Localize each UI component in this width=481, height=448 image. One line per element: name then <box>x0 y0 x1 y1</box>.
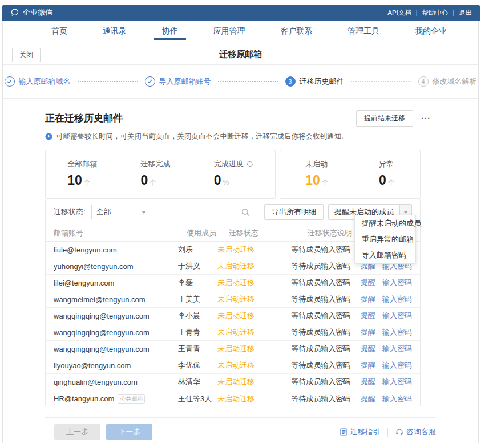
cell-actions: 提醒输入密码 <box>361 377 420 387</box>
cell-status-desc: 等待成员输入密码 <box>291 344 361 354</box>
topbar-separator: | <box>452 10 454 16</box>
row-enter-password-link[interactable]: 输入密码 <box>382 344 412 354</box>
main-title-row: 正在迁移历史邮件 提前结束迁移 ··· <box>45 110 431 127</box>
help-center-link[interactable]: 帮助中心 <box>422 9 448 17</box>
row-remind-link[interactable]: 提醒 <box>361 360 375 370</box>
filter-label: 迁移状态: <box>54 207 86 217</box>
title-actions: 提前结束迁移 ··· <box>356 110 431 127</box>
menu-item-import-passwords[interactable]: 导入邮箱密码 <box>355 247 415 263</box>
nav-item-customer-contact[interactable]: 客户联系 <box>280 21 312 42</box>
stat-label: 完成进度 <box>214 159 253 169</box>
cell-actions: 提醒输入密码 <box>361 311 420 321</box>
step-indicator: 输入原邮箱域名 导入原邮箱账号 3 迁移历史邮件 4 修改域名解析 <box>3 65 478 99</box>
table-row: wangqingqing@tengyun.com 王青青 未启动迁移 等待成员输… <box>46 324 420 341</box>
main-nav: 首页 通讯录 协作 应用管理 客户联系 管理工具 我的企业 <box>3 21 478 42</box>
cell-status-desc: 等待成员输入密码 <box>291 311 361 321</box>
row-remind-link[interactable]: 提醒 <box>361 377 375 387</box>
cell-status-desc: 等待成员输入密码 <box>291 360 361 370</box>
wework-logo-icon <box>10 8 19 17</box>
stats-card-overall: 全部邮箱 10个 迁移完成 0个 完成进度 0% <box>45 150 276 199</box>
row-enter-password-link[interactable]: 输入密码 <box>382 394 412 404</box>
refresh-icon[interactable] <box>246 161 253 168</box>
api-docs-link[interactable]: API文档 <box>387 9 411 17</box>
nav-item-home[interactable]: 首页 <box>51 21 67 42</box>
clock-icon <box>45 133 52 140</box>
step-label: 迁移历史邮件 <box>300 76 344 87</box>
cell-email: HR@tangyun.com 公共邮箱 <box>46 394 178 404</box>
table-row: wangmeimei@tengyun.com 王美美 未启动迁移 等待成员输入密… <box>46 291 420 308</box>
row-remind-link[interactable]: 提醒 <box>361 278 375 288</box>
contact-support-link[interactable]: 咨询客服 <box>395 427 436 437</box>
logout-link[interactable]: 退出 <box>459 9 472 17</box>
stat-value: 0% <box>214 173 229 188</box>
cell-member: 王佳等3人 <box>178 394 217 404</box>
notice-text: 可能需要较长时间，可关闭当前页面，关闭页面不会中断迁移，迁移完成后你将会收到通知… <box>56 132 349 141</box>
cell-status-desc: 等待成员输入密码 <box>291 377 361 387</box>
stat-value: 10个 <box>305 173 329 188</box>
table-body: liule@tengyun.com 刘乐 未启动迁移 等待成员输入密码 提醒输入… <box>46 242 420 407</box>
cell-actions: 提醒输入密码 <box>361 394 420 404</box>
more-menu-button[interactable]: ··· <box>421 114 431 123</box>
status-filter-select[interactable]: 全部 <box>91 205 151 219</box>
step-number-icon: 3 <box>285 76 296 87</box>
step-connector <box>351 81 411 82</box>
nav-item-app-management[interactable]: 应用管理 <box>213 21 245 42</box>
page-title: 迁移原邮箱 <box>3 49 478 60</box>
cell-member: 王青青 <box>178 327 217 337</box>
stat-label: 迁移完成 <box>140 159 170 169</box>
cell-email: wangqingqing@tengyun.com <box>46 328 178 337</box>
page: 企业微信 API文档 | 帮助中心 | 退出 首页 通讯录 协作 应用管理 客户… <box>0 0 481 448</box>
step-label: 导入原邮箱账号 <box>159 76 211 87</box>
section-title: 正在迁移历史邮件 <box>45 112 123 125</box>
cell-status-desc: 等待成员输入密码 <box>291 245 361 255</box>
table-row: wangqingqing@tengyun.com 李小晨 未启动迁移 等待成员输… <box>46 308 420 324</box>
header-member: 使用成员 <box>187 228 229 238</box>
cell-actions: 提醒输入密码 <box>361 278 420 288</box>
migration-guide-link[interactable]: 迁移指引 <box>340 427 380 437</box>
row-remind-link[interactable]: 提醒 <box>361 311 375 321</box>
step-label: 修改域名解析 <box>433 76 477 87</box>
menu-item-restart-abnormal[interactable]: 重启异常的邮箱 <box>355 231 415 247</box>
table-row: lilei@tengyun.com 李磊 未启动迁移 等待成员输入密码 提醒输入… <box>46 275 420 291</box>
nav-item-my-company[interactable]: 我的企业 <box>415 21 447 42</box>
row-remind-link[interactable]: 提醒 <box>361 294 375 304</box>
next-step-button[interactable]: 下一步 <box>106 424 152 440</box>
cell-email: liule@tengyun.com <box>46 246 178 254</box>
cell-actions: 提醒输入密码 <box>361 344 420 354</box>
cell-actions: 提醒输入密码 <box>361 360 420 370</box>
stat-unit: 个 <box>388 178 395 186</box>
cell-member: 李磊 <box>178 278 217 288</box>
table-row: HR@tangyun.com 公共邮箱 王佳等3人 未启动迁移 等待成员输入密码… <box>46 390 420 407</box>
cell-status: 未启动迁移 <box>217 245 291 255</box>
nav-item-admin-tools[interactable]: 管理工具 <box>347 21 379 42</box>
row-enter-password-link[interactable]: 输入密码 <box>382 311 412 321</box>
stat-not-started: 未启动 10个 <box>305 159 329 188</box>
stat-progress: 完成进度 0% <box>214 159 253 188</box>
export-details-button[interactable]: 导出所有明细 <box>264 204 324 220</box>
stat-abnormal: 异常 0个 <box>379 159 395 188</box>
row-remind-link[interactable]: 提醒 <box>361 344 375 354</box>
nav-item-contacts[interactable]: 通讯录 <box>103 21 127 42</box>
row-remind-link[interactable]: 提醒 <box>361 327 375 337</box>
row-enter-password-link[interactable]: 输入密码 <box>382 278 412 288</box>
previous-step-button[interactable]: 上一步 <box>54 424 100 440</box>
header-status: 迁移状态 <box>229 228 308 238</box>
cell-member: 李优优 <box>178 360 217 370</box>
nav-item-collaboration[interactable]: 协作 <box>162 21 178 42</box>
row-remind-link[interactable]: 提醒 <box>361 394 375 404</box>
cell-actions: 提醒输入密码 <box>361 294 420 304</box>
cell-status: 未启动迁移 <box>217 377 291 387</box>
topbar-links: API文档 | 帮助中心 | 退出 <box>387 9 472 17</box>
row-enter-password-link[interactable]: 输入密码 <box>382 377 412 387</box>
cell-status-desc: 等待成员输入密码 <box>291 278 361 288</box>
cell-status: 未启动迁移 <box>217 360 291 370</box>
step-4: 4 修改域名解析 <box>418 76 477 87</box>
cell-email: liyouyao@tengyun.com <box>46 361 178 370</box>
row-enter-password-link[interactable]: 输入密码 <box>382 360 412 370</box>
menu-item-remind-not-started[interactable]: 提醒未启动的成员 <box>355 215 415 231</box>
row-enter-password-link[interactable]: 输入密码 <box>382 294 412 304</box>
search-icon[interactable] <box>241 208 250 217</box>
row-enter-password-link[interactable]: 输入密码 <box>382 327 412 337</box>
cell-member: 王美美 <box>178 294 217 304</box>
end-migration-button[interactable]: 提前结束迁移 <box>356 110 413 127</box>
